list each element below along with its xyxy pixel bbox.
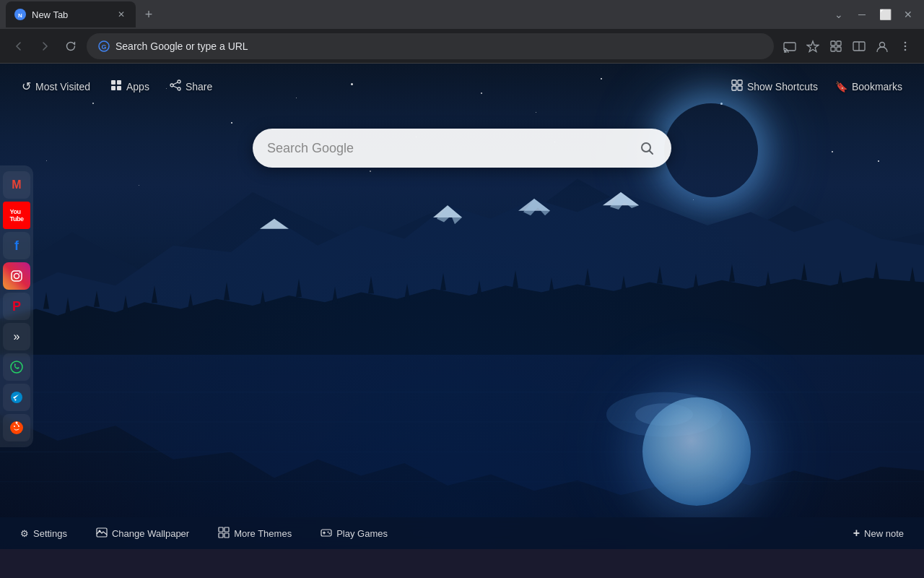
- new-tab-page: ↺ Most Visited Apps Share Show Shortcuts: [0, 64, 924, 549]
- address-text[interactable]: Search Google or type a URL: [116, 40, 762, 52]
- bookmark-star-icon[interactable]: [803, 36, 823, 56]
- cast-icon[interactable]: [780, 36, 800, 56]
- profile-icon[interactable]: [872, 36, 892, 56]
- svg-rect-24: [111, 86, 116, 90]
- sidebar-item-pinterest[interactable]: P: [3, 293, 30, 320]
- svg-point-13: [905, 41, 907, 43]
- address-bar-right: [780, 36, 915, 56]
- svg-rect-25: [117, 86, 121, 90]
- forward-button[interactable]: [35, 36, 55, 56]
- sidebar-item-whatsapp[interactable]: [3, 353, 30, 381]
- address-bar: G Search Google or type a URL: [0, 29, 924, 64]
- share-button[interactable]: Share: [162, 75, 219, 98]
- tab-close-button[interactable]: ✕: [116, 9, 127, 20]
- show-shortcuts-button[interactable]: Show Shortcuts: [724, 75, 825, 98]
- tab-bar: N New Tab ✕ + ⌄ ─ ⬜ ✕: [0, 0, 924, 29]
- sidebar-item-gmail[interactable]: M: [3, 171, 30, 199]
- svg-point-41: [11, 392, 22, 403]
- browser-chrome: N New Tab ✕ + ⌄ ─ ⬜ ✕ G Search Google o: [0, 0, 924, 64]
- sidebar-item-reddit[interactable]: [3, 414, 30, 441]
- show-shortcuts-label: Show Shortcuts: [747, 81, 818, 92]
- new-note-plus-icon: +: [853, 527, 860, 540]
- split-view-icon[interactable]: [849, 36, 869, 56]
- bookmarks-icon: 🔖: [835, 81, 847, 92]
- new-tab-button[interactable]: +: [139, 4, 159, 25]
- new-tab-topbar: ↺ Most Visited Apps Share Show Shortcuts: [0, 64, 924, 109]
- most-visited-label: Most Visited: [35, 81, 90, 92]
- svg-point-56: [328, 531, 329, 532]
- tab-list-icon[interactable]: ⌄: [829, 4, 849, 25]
- search-container: [253, 129, 671, 168]
- svg-rect-50: [225, 527, 229, 532]
- svg-rect-51: [219, 533, 223, 538]
- moon-reflection: [642, 397, 751, 506]
- minimize-icon[interactable]: ─: [852, 4, 872, 25]
- extensions-icon[interactable]: [826, 36, 846, 56]
- sidebar-item-more[interactable]: »: [3, 323, 30, 350]
- svg-line-29: [173, 82, 178, 85]
- play-games-icon: [321, 527, 332, 540]
- active-tab[interactable]: N New Tab ✕: [6, 1, 136, 27]
- more-themes-icon: [218, 527, 230, 540]
- more-themes-label: More Themes: [234, 528, 292, 539]
- back-button[interactable]: [9, 36, 29, 56]
- svg-point-57: [329, 532, 331, 534]
- svg-line-36: [650, 151, 653, 155]
- sidebar-item-facebook[interactable]: f: [3, 232, 30, 259]
- svg-point-26: [178, 80, 180, 83]
- maximize-icon[interactable]: ⬜: [875, 4, 895, 25]
- play-games-label: Play Games: [336, 528, 388, 539]
- play-games-button[interactable]: Play Games: [315, 524, 393, 543]
- svg-rect-22: [111, 80, 116, 85]
- change-wallpaper-button[interactable]: Change Wallpaper: [90, 524, 195, 543]
- menu-icon[interactable]: [895, 36, 915, 56]
- svg-rect-7: [837, 41, 841, 46]
- svg-text:N: N: [18, 12, 22, 19]
- change-wallpaper-label: Change Wallpaper: [112, 528, 189, 539]
- sidebar-item-instagram[interactable]: [3, 262, 30, 290]
- show-shortcuts-icon: [731, 79, 743, 93]
- settings-icon: ⚙: [20, 528, 29, 539]
- svg-rect-33: [732, 86, 736, 90]
- share-icon: [170, 79, 181, 93]
- search-button[interactable]: [634, 135, 660, 161]
- share-label: Share: [186, 81, 212, 92]
- svg-text:G: G: [101, 43, 106, 51]
- svg-point-38: [14, 274, 19, 279]
- svg-rect-4: [784, 43, 796, 51]
- more-themes-button[interactable]: More Themes: [212, 524, 297, 543]
- svg-rect-9: [837, 47, 841, 51]
- svg-point-45: [16, 422, 18, 424]
- tab-title: New Tab: [32, 9, 68, 20]
- close-window-icon[interactable]: ✕: [898, 4, 918, 25]
- search-input[interactable]: [267, 141, 625, 156]
- apps-label: Apps: [126, 81, 149, 92]
- refresh-button[interactable]: [61, 36, 81, 56]
- topbar-right: Show Shortcuts 🔖 Bookmarks: [724, 75, 910, 98]
- svg-point-48: [98, 530, 100, 532]
- settings-button[interactable]: ⚙ Settings: [14, 525, 73, 542]
- svg-rect-34: [738, 86, 742, 90]
- new-note-label: New note: [864, 528, 904, 539]
- svg-rect-52: [225, 533, 229, 538]
- svg-point-14: [905, 45, 907, 47]
- apps-button[interactable]: Apps: [103, 75, 157, 98]
- sidebar-item-youtube[interactable]: YouTube: [3, 202, 30, 229]
- tab-favicon: N: [14, 9, 26, 20]
- svg-point-15: [905, 48, 907, 51]
- settings-label: Settings: [33, 528, 67, 539]
- svg-point-44: [14, 426, 15, 427]
- bookmarks-button[interactable]: 🔖 Bookmarks: [828, 77, 910, 97]
- svg-point-28: [178, 87, 180, 90]
- svg-rect-8: [831, 47, 835, 51]
- new-note-button[interactable]: + New note: [847, 524, 910, 543]
- bottom-toolbar: ⚙ Settings Change Wallpaper More Themes …: [0, 517, 924, 549]
- most-visited-button[interactable]: ↺ Most Visited: [14, 75, 97, 98]
- svg-point-5: [784, 51, 785, 53]
- sidebar-item-telegram[interactable]: [3, 384, 30, 411]
- address-input-wrap[interactable]: G Search Google or type a URL: [87, 33, 774, 59]
- apps-icon: [110, 79, 122, 93]
- svg-rect-31: [732, 80, 736, 85]
- tab-bar-controls: ⌄ ─ ⬜ ✕: [829, 4, 918, 25]
- change-wallpaper-icon: [96, 527, 108, 540]
